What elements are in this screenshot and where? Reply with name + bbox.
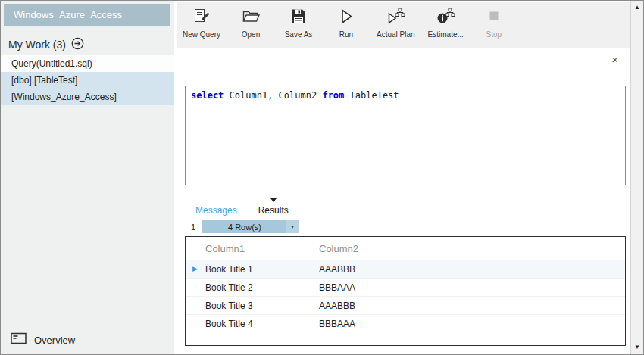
sidebar-item-tabletest[interactable]: [dbo].[TableTest] [1, 72, 174, 89]
app-window: Windows_Azure_Access My Work (3) Query(U… [0, 0, 644, 355]
cell-column2: AAABBB [319, 264, 625, 275]
result-set-index: 1 [187, 223, 199, 232]
tab-results-label: Results [258, 205, 289, 216]
estimate-info-icon [436, 7, 455, 30]
run-button[interactable]: Run [329, 5, 364, 39]
new-query-button[interactable]: New Query [183, 5, 220, 39]
cell-column1: Book Title 1 [205, 264, 319, 275]
estimate-label: Estimate... [428, 30, 464, 39]
sidebar-item-query[interactable]: Query(Untitled1.sql) [1, 55, 174, 72]
actual-plan-icon [386, 7, 405, 30]
new-query-label: New Query [183, 30, 220, 39]
cell-column2: BBBAAA [319, 319, 625, 329]
sidebar-item-database[interactable]: [Windows_Azure_Access] [1, 89, 174, 105]
stop-icon [484, 7, 504, 30]
sidebar: Windows_Azure_Access My Work (3) Query(U… [1, 1, 174, 354]
sql-columns-text: Column1, Column2 [224, 90, 322, 101]
my-work-header: My Work (3) [8, 37, 84, 52]
vertical-scrollbar[interactable]: ▲ ▼ [630, 1, 643, 354]
stop-button[interactable]: Stop [477, 5, 511, 39]
tab-messages[interactable]: Messages [195, 205, 237, 216]
overview-label: Overview [34, 335, 75, 346]
column-header-1[interactable]: Column1 [205, 243, 319, 254]
open-folder-icon [241, 7, 261, 30]
result-tabs: Messages Results [195, 202, 289, 216]
row-count-dropdown[interactable]: 4 Row(s) ▾ [202, 220, 299, 233]
scroll-down-icon[interactable]: ▼ [631, 344, 643, 351]
results-header-row: Column1 Column2 [186, 237, 625, 260]
actual-plan-button[interactable]: Actual Plan [377, 5, 415, 39]
overview-button[interactable]: Overview [11, 332, 75, 347]
cell-column1: Book Title 2 [205, 282, 319, 293]
my-work-list: Query(Untitled1.sql) [dbo].[TableTest] [… [1, 55, 174, 105]
sql-keyword-from: from [322, 90, 344, 101]
scroll-up-icon[interactable]: ▲ [631, 4, 643, 11]
save-as-button[interactable]: Save As [281, 5, 316, 39]
sql-keyword-select: select [191, 90, 224, 101]
row-count-label: 4 Row(s) [228, 223, 261, 232]
table-row[interactable]: Book Title 3 AAABBB [186, 296, 625, 314]
close-icon[interactable]: × [611, 54, 618, 65]
tab-results[interactable]: Results [258, 205, 289, 216]
cell-column2: AAABBB [319, 301, 625, 311]
column-header-2[interactable]: Column2 [319, 243, 625, 254]
actual-plan-label: Actual Plan [377, 30, 415, 39]
estimate-plan-button[interactable]: Estimate... [428, 5, 464, 39]
save-as-label: Save As [285, 30, 313, 39]
active-tab-marker-icon [270, 198, 277, 202]
run-play-icon [336, 7, 356, 30]
cell-column1: Book Title 4 [205, 319, 319, 329]
sql-table-text: TableTest [344, 90, 399, 101]
save-icon [289, 7, 308, 30]
chevron-down-icon: ▾ [286, 220, 299, 233]
stop-label: Stop [486, 30, 502, 39]
toolbar: New Query Open [177, 2, 630, 48]
table-row[interactable]: Book Title 4 BBBAAA [186, 314, 625, 332]
table-row[interactable]: ▶ Book Title 1 AAABBB [186, 260, 625, 278]
open-button[interactable]: Open [233, 5, 268, 39]
splitter-handle[interactable] [378, 192, 427, 195]
main-area: New Query Open [174, 1, 630, 354]
new-query-icon [192, 7, 211, 30]
result-set-bar: 1 4 Row(s) ▾ [187, 220, 299, 233]
sql-editor[interactable]: select Column1, Column2 from TableTest [185, 86, 626, 185]
cell-column1: Book Title 3 [205, 301, 319, 311]
cell-column2: BBBAAA [319, 282, 625, 293]
open-label: Open [242, 30, 260, 39]
run-label: Run [339, 30, 353, 39]
sql-query-text: select Column1, Column2 from TableTest [191, 90, 620, 101]
expand-arrow-icon[interactable] [71, 37, 84, 52]
database-title-tile[interactable]: Windows_Azure_Access [4, 4, 170, 26]
results-table: Column1 Column2 ▶ Book Title 1 AAABBB Bo… [185, 236, 626, 346]
current-row-marker-icon: ▶ [186, 266, 205, 272]
my-work-label: My Work (3) [8, 39, 66, 51]
overview-icon [11, 332, 27, 347]
table-row[interactable]: Book Title 2 BBBAAA [186, 278, 625, 296]
